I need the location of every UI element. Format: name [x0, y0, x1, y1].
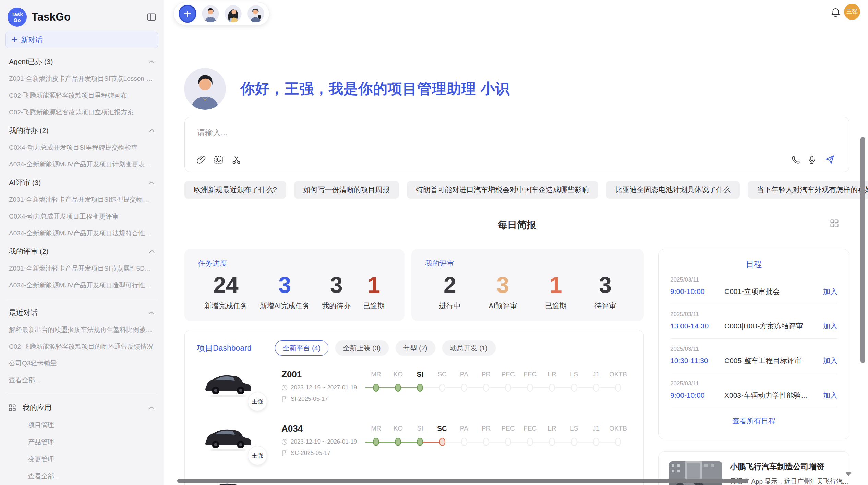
avatar-contact-3[interactable]	[247, 5, 264, 22]
milestone-dot	[461, 438, 467, 446]
milestone-dot	[417, 384, 423, 392]
tab-model-year[interactable]: 年型 (2)	[396, 340, 435, 356]
milestone-dot	[527, 438, 533, 446]
phone-call-icon[interactable]	[791, 155, 800, 164]
sidebar-item[interactable]: Z001-全新燃油皮卡产品开发项目SI节点Lesson Learn报告	[5, 74, 158, 83]
milestone-label: PEC	[502, 369, 515, 380]
suggestion-chip[interactable]: 特朗普可能对进口汽车增税会对中国车企造成哪些影响	[407, 181, 598, 199]
quick-access-bar	[173, 2, 269, 25]
suggestion-chip[interactable]: 当下年轻人对汽车外观有怎样的喜好趋势	[748, 181, 868, 199]
milestone-mr: MR	[365, 423, 387, 458]
event-date: 2025/03/11	[670, 311, 837, 318]
new-chat-label: 新对话	[21, 35, 43, 45]
event-name: X003-车辆动力学性能验...	[724, 390, 823, 400]
layout-grid-icon[interactable]	[830, 219, 839, 228]
avatar-contact-2[interactable]	[225, 5, 242, 22]
recent-chat-item[interactable]: 解释最新出台的欧盟报废车法规再生塑料比例被调至15%...	[5, 325, 158, 334]
stat-ai-done: 3 新增AI完成任务	[260, 273, 310, 311]
new-chat-button[interactable]: 新对话	[5, 32, 158, 48]
chevron-up-icon[interactable]	[149, 406, 155, 409]
project-row-z001[interactable]: 王强 Z001 2023-12-19 ~ 2027-01-19 SI-2025-…	[185, 369, 643, 404]
sidebar-item[interactable]: Z001-全新燃油轻卡产品开发项目SI节点属性5D文件评审	[5, 264, 158, 273]
sidebar-item[interactable]: A034-全新新能源MUV产品开发项目造型可行性评审	[5, 281, 158, 290]
image-upload-icon[interactable]	[214, 155, 223, 164]
app-item-project-mgmt[interactable]: 项目管理	[5, 421, 158, 430]
milestone-dot	[395, 438, 401, 446]
flag-icon	[281, 396, 288, 402]
assistant-avatar	[184, 68, 226, 110]
milestone-pa: PA	[453, 369, 475, 404]
scissors-icon[interactable]	[232, 155, 241, 164]
app-item-view-all[interactable]: 查看全部...	[5, 472, 158, 481]
schedule-event: 2025/03/11 10:30-11:30 C005-整车工程目标评审 加入	[670, 339, 837, 373]
microphone-icon[interactable]	[807, 155, 817, 164]
stat-pending-review: 3 待评审	[594, 273, 616, 311]
tab-new-platform[interactable]: 全新平台 (4)	[275, 340, 328, 356]
recent-chat-item[interactable]: 公司Q3轻卡销量	[5, 359, 158, 368]
schedule-title: 日程	[670, 259, 837, 270]
recent-chat-item[interactable]: C02-飞腾新能源轻客改款项目的闭环通告反馈情况	[5, 342, 158, 351]
stat-value: 3	[489, 273, 517, 297]
sidebar-item[interactable]: C0X4-动力总成开发项目SI里程碑提交物检查	[5, 143, 158, 152]
milestone-fec: FEC	[519, 369, 541, 404]
milestone-dot	[439, 384, 445, 392]
milestone-label: SI	[417, 423, 423, 434]
sidebar-item[interactable]: A034-全新新能源MUV产品开发项目计划变更表编写	[5, 160, 158, 169]
stat-label: 新增AI完成任务	[260, 301, 310, 311]
sidebar-item[interactable]: Z001-全新燃油轻卡产品开发项目SI造型提交物评审	[5, 195, 158, 204]
stat-label: 进行中	[439, 301, 461, 311]
suggestion-chip[interactable]: 比亚迪全固态电池计划具体说了什么	[606, 181, 740, 199]
flag-icon	[281, 450, 288, 456]
stat-label: 我的待办	[322, 301, 351, 311]
app-item-change-mgmt[interactable]: 变更管理	[5, 455, 158, 464]
view-all-chats[interactable]: 查看全部...	[5, 376, 158, 385]
section-title: Agent已办 (3)	[9, 57, 53, 66]
tab-new-body[interactable]: 全新上装 (3)	[335, 340, 389, 356]
scroll-down-arrow[interactable]	[845, 472, 852, 476]
join-button[interactable]: 加入	[823, 390, 837, 400]
schedule-card: 日程 2025/03/11 9:00-10:00 C001-立项审批会 加入 2…	[658, 249, 849, 439]
user-avatar[interactable]: 王强	[844, 4, 860, 20]
vertical-scrollbar[interactable]	[860, 137, 865, 363]
project-row-a034[interactable]: 王强 A034 2023-12-19 ~ 2026-01-19 SC-2025-…	[185, 423, 643, 458]
horizontal-scrollbar[interactable]	[177, 479, 748, 483]
stat-label: 新增完成任务	[204, 301, 248, 311]
project-dashboard-card: 项目Dashboard 全新平台 (4) 全新上装 (3) 年型 (2) 动总开…	[184, 330, 644, 485]
milestone-dot	[549, 438, 555, 446]
stat-value: 1	[545, 273, 567, 297]
project-car-image: 王强	[202, 423, 253, 456]
app-item-product-mgmt[interactable]: 产品管理	[5, 438, 158, 447]
notification-bell-icon[interactable]	[831, 8, 840, 17]
join-button[interactable]: 加入	[823, 287, 837, 296]
sidebar-item[interactable]: A034-全新新能源MUV产品开发项目法规符合性评审	[5, 229, 158, 238]
tab-powertrain[interactable]: 动总开发 (1)	[442, 340, 496, 356]
sidebar-header: Task Go TaskGo	[5, 6, 158, 32]
attachment-icon[interactable]	[196, 155, 206, 164]
milestone-label: FEC	[523, 423, 537, 434]
send-icon[interactable]	[825, 154, 835, 164]
stat-label: AI预评审	[489, 301, 517, 311]
sidebar-item-my-apps[interactable]: 我的应用	[5, 403, 158, 412]
suggestion-chip[interactable]: 欧洲新规最近颁布了什么?	[184, 181, 286, 199]
sidebar-item[interactable]: C02-飞腾新能源轻客改款项目立项汇报方案	[5, 108, 158, 117]
add-contact-button[interactable]	[179, 5, 196, 23]
chat-input-box[interactable]: 请输入...	[184, 117, 849, 172]
join-button[interactable]: 加入	[823, 356, 837, 365]
chevron-up-icon[interactable]	[149, 129, 155, 132]
chevron-up-icon[interactable]	[149, 311, 155, 314]
chevron-up-icon[interactable]	[149, 250, 155, 253]
view-all-schedule[interactable]: 查看所有日程	[670, 416, 837, 426]
scroll-right-arrow[interactable]	[805, 477, 810, 484]
sidebar-item[interactable]: C0X4-动力总成开发项目工程变更评审	[5, 212, 158, 221]
sidebar-item[interactable]: C02-飞腾新能源轻客改款项目里程碑画布	[5, 91, 158, 100]
suggestion-chip[interactable]: 如何写一份清晰的项目周报	[294, 181, 399, 199]
chevron-up-icon[interactable]	[149, 181, 155, 184]
chevron-up-icon[interactable]	[149, 60, 155, 63]
milestone-label: OKTB	[609, 369, 627, 380]
avatar-contact-1[interactable]	[202, 5, 219, 22]
milestone-dot	[549, 384, 555, 392]
join-button[interactable]: 加入	[823, 321, 837, 331]
collapse-panel-icon[interactable]	[147, 13, 156, 21]
schedule-event: 2025/03/11 9:00-10:00 C001-立项审批会 加入	[670, 270, 837, 304]
milestone-fec: FEC	[519, 423, 541, 458]
